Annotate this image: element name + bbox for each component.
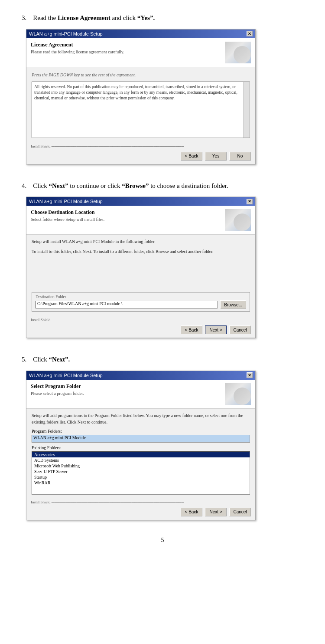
step-5-block: 5. Click “Next”. WLAN a+g mini-PCI Modul…: [22, 355, 303, 525]
titlebar-buttons-1: ✕: [247, 31, 253, 36]
folder-item-winrar[interactable]: WinRAR: [32, 480, 250, 486]
dialog-3-title: WLAN a+g mini-PCI Module Setup: [29, 373, 103, 378]
folder-item-startup[interactable]: Startup: [32, 474, 250, 480]
dialog-1-content: Press the PAGE DOWN key to see the rest …: [26, 67, 255, 142]
folder-item-servu[interactable]: Serv-U FTP Server: [32, 469, 250, 474]
step-4-text-after: to continue or click: [68, 182, 122, 189]
yes-button[interactable]: Yes: [205, 152, 227, 161]
step-3-text-before: Read the: [33, 14, 58, 21]
dialog-1-header-text: License Agreement Please read the follow…: [31, 42, 225, 54]
step-3-number: 3.: [22, 14, 26, 21]
dialog-2-header-sub: Select folder where Setup will install f…: [31, 217, 225, 222]
step-5-text-before: Click: [33, 356, 49, 363]
dialog-1-license-text: All rights reserved. No part of this pub…: [34, 84, 247, 102]
existing-folders-label: Existing Folders:: [32, 445, 250, 450]
dialog-program-folder: WLAN a+g mini-PCI Module Setup ✕ Select …: [26, 371, 256, 520]
step-5-heading: 5. Click “Next”.: [22, 355, 303, 365]
back-button-3[interactable]: < Back: [181, 508, 202, 516]
dialog-3-buttons: < Back Next > Cancel: [26, 505, 255, 520]
dialog-3-header-text: Select Program Folder Please select a pr…: [31, 383, 225, 396]
step-3-text-after: and click: [110, 14, 137, 21]
dialog-1-notice: Press the PAGE DOWN key to see the rest …: [32, 72, 250, 78]
dialog-1-header: License Agreement Please read the follow…: [26, 38, 255, 67]
step-4-heading: 4. Click “Next” to continue or click “Br…: [22, 181, 303, 191]
dest-folder-input[interactable]: C:\Program Files\WLAN a+g mini-PCI modul…: [36, 301, 218, 309]
cancel-button-2[interactable]: Cancel: [229, 325, 251, 334]
dialog-1-titlebar: WLAN a+g mini-PCI Module Setup ✕: [26, 30, 255, 38]
dest-folder-row: C:\Program Files\WLAN a+g mini-PCI modul…: [36, 300, 246, 309]
dialog-2-header-title: Choose Destination Location: [31, 209, 225, 216]
dialog-3-header-title: Select Program Folder: [31, 383, 225, 390]
folder-item-msweb[interactable]: Microsoft Web Publishing: [32, 463, 250, 469]
dialog-1-installshield: InstallShield ──────────────────────────…: [26, 142, 255, 149]
step-4-bold1: “Next”: [49, 182, 68, 189]
dialog-1-header-sub: Please read the following license agreem…: [31, 49, 225, 54]
program-folder-input[interactable]: WLAN a+g mini-PCI Module: [32, 435, 250, 443]
back-button-2[interactable]: < Back: [181, 325, 202, 334]
dialog-3-content: Setup will add program icons to the Prog…: [26, 409, 255, 498]
step-4-number: 4.: [22, 182, 26, 189]
folder-item-accessories[interactable]: Accessories: [32, 452, 250, 457]
dialog-1-buttons: < Back Yes No: [26, 149, 255, 164]
dest-folder-box: Destination Folder C:\Program Files\WLAN…: [32, 292, 250, 312]
dialog-2-content: Setup will install WLAN a+g mini-PCI Mod…: [26, 235, 255, 288]
step-4-text-after2: to choose a destination folder.: [149, 182, 228, 189]
no-button[interactable]: No: [229, 152, 251, 161]
step-4-text-before: Click: [33, 182, 49, 189]
step-3-bold1: License Agreement: [58, 14, 110, 21]
dialog-2-header: Choose Destination Location Select folde…: [26, 206, 255, 235]
step-4-bold2: “Browse”: [122, 182, 149, 189]
next-button-2[interactable]: Next >: [205, 325, 227, 334]
dialog-1-title: WLAN a+g mini-PCI Module Setup: [29, 31, 103, 36]
page-number: 5: [22, 537, 303, 544]
folder-item-acd[interactable]: ACD Systems: [32, 457, 250, 463]
dialog-1-graphic: [225, 42, 251, 63]
dialog-2-title: WLAN a+g mini-PCI Module Setup: [29, 199, 103, 204]
dialog-3-installshield: InstallShield ──────────────────────────…: [26, 498, 255, 505]
cancel-button-3[interactable]: Cancel: [229, 508, 251, 516]
dialog-1-header-title: License Agreement: [31, 42, 225, 48]
dialog-3-header-sub: Please select a program folder.: [31, 391, 225, 396]
step-5-number: 5.: [22, 356, 26, 363]
back-button-1[interactable]: < Back: [181, 152, 202, 161]
dialog-2-line1: Setup will install WLAN a+g mini-PCI Mod…: [32, 238, 250, 245]
program-folders-label: Program Folders:: [32, 429, 250, 434]
dialog-2-graphic: [225, 209, 251, 231]
dialog-3-header: Select Program Folder Please select a pr…: [26, 380, 255, 409]
dialog-2-header-text: Choose Destination Location Select folde…: [31, 209, 225, 222]
dialog-3-graphic: [225, 383, 251, 405]
step-5-bold1: “Next”.: [49, 356, 70, 363]
dest-folder-label: Destination Folder: [36, 295, 246, 299]
step-3-bold2: “Yes”.: [137, 14, 155, 21]
dialog-2-buttons: < Back Next > Cancel: [26, 323, 255, 338]
step-3-heading: 3. Read the License Agreement and click …: [22, 13, 303, 23]
dialog-destination: WLAN a+g mini-PCI Module Setup ✕ Choose …: [26, 197, 256, 338]
dialog-1-license-box: All rights reserved. No part of this pub…: [32, 82, 250, 138]
dialog-3-titlebar: WLAN a+g mini-PCI Module Setup ✕: [26, 371, 255, 380]
close-icon-3[interactable]: ✕: [247, 372, 253, 378]
step-4-block: 4. Click “Next” to continue or click “Br…: [22, 181, 303, 343]
close-icon-2[interactable]: ✕: [247, 199, 253, 204]
titlebar-buttons-2: ✕: [247, 199, 253, 204]
dialog-1-scrollbar[interactable]: [244, 82, 250, 138]
close-icon[interactable]: ✕: [247, 31, 253, 36]
dialog-2-line2: To install to this folder, click Next. T…: [32, 248, 250, 255]
step-3-block: 3. Read the License Agreement and click …: [22, 13, 303, 169]
titlebar-buttons-3: ✕: [247, 372, 253, 378]
dialog-3-line1: Setup will add program icons to the Prog…: [32, 412, 250, 425]
browse-button[interactable]: Browse...: [220, 300, 246, 309]
dialog-license: WLAN a+g mini-PCI Module Setup ✕ License…: [26, 29, 256, 164]
next-button-3[interactable]: Next >: [205, 508, 227, 516]
dialog-2-titlebar: WLAN a+g mini-PCI Module Setup ✕: [26, 197, 255, 206]
existing-folders-list: Accessories ACD Systems Microsoft Web Pu…: [32, 451, 250, 495]
dialog-2-installshield: InstallShield ──────────────────────────…: [26, 316, 255, 323]
